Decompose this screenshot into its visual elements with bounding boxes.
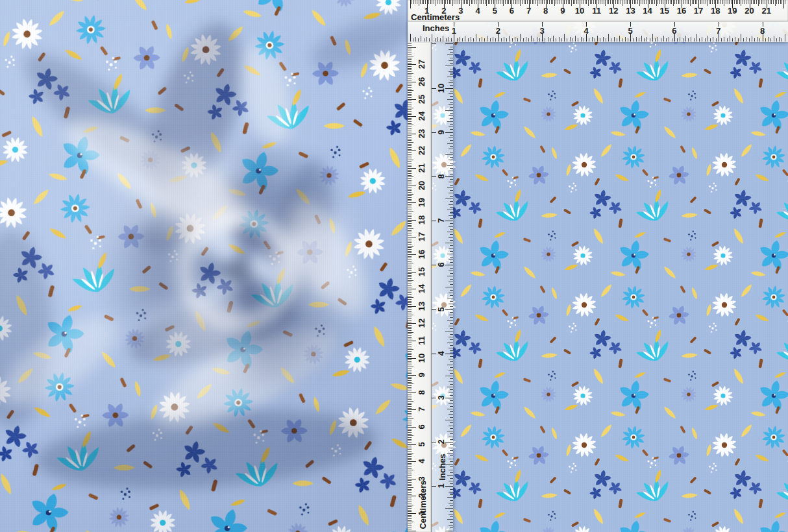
cm-tick: [408, 437, 412, 438]
inch-tick: [754, 38, 755, 42]
cm-tick: [408, 380, 412, 381]
cm-tick: [412, 0, 412, 4]
inch-tick: [449, 293, 453, 293]
inch-tick: [449, 71, 453, 72]
inch-tick: [650, 38, 650, 42]
cm-number: 20: [745, 6, 754, 15]
cm-tick: [436, 0, 436, 6]
cm-number: 10: [417, 353, 426, 362]
cm-number: 16: [677, 6, 686, 15]
cm-tick: [408, 192, 412, 193]
cm-tick: [408, 256, 412, 257]
cm-tick: [566, 0, 567, 4]
cm-tick: [408, 265, 412, 265]
cm-tick: [537, 0, 538, 6]
inch-tick: [450, 63, 453, 64]
cm-tick: [408, 232, 412, 232]
cm-number: 14: [643, 6, 652, 15]
ruler-vertical-cm-scale: Centimeters 1234567891011121314151617181…: [408, 42, 431, 532]
cm-tick: [571, 0, 572, 6]
inch-tick: [570, 37, 571, 42]
inch-tick: [450, 268, 453, 269]
cm-tick: [527, 0, 528, 4]
cm-tick: [408, 391, 412, 391]
cm-tick: [408, 223, 412, 224]
cm-tick: [408, 71, 412, 72]
inch-tick: [495, 38, 496, 42]
cm-tick: [670, 0, 671, 4]
inch-tick: [732, 38, 733, 42]
cm-tick: [486, 0, 487, 6]
cm-tick: [588, 0, 589, 6]
cm-tick: [737, 0, 738, 4]
cm-tick: [408, 85, 412, 86]
inch-tick: [450, 257, 453, 258]
inch-tick: [559, 37, 560, 42]
inch-tick: [450, 129, 453, 130]
inch-tick: [556, 38, 556, 42]
inch-tick: [450, 439, 453, 440]
cm-tick: [408, 454, 412, 455]
inch-tick: [705, 38, 706, 42]
cm-tick: [408, 47, 416, 48]
cm-tick: [408, 111, 412, 112]
inch-tick: [450, 234, 453, 235]
cm-tick: [463, 0, 463, 4]
cm-tick: [644, 0, 645, 4]
inch-tick: [449, 514, 453, 514]
cm-tick: [408, 187, 412, 187]
inch-tick: [449, 193, 453, 193]
cm-tick: [408, 398, 412, 398]
cm-tick: [590, 0, 591, 4]
cm-tick: [452, 0, 453, 6]
cm-number: 15: [660, 6, 669, 15]
inch-tick: [471, 37, 471, 42]
cm-tick: [408, 323, 416, 324]
inch-tick: [450, 466, 453, 467]
cm-number: 13: [417, 301, 426, 310]
cm-tick: [408, 527, 412, 527]
inch-tick: [450, 306, 453, 307]
cm-tick: [605, 0, 606, 6]
inch-tick: [415, 37, 416, 42]
cm-number: 3: [417, 476, 426, 481]
inch-tick: [713, 37, 713, 42]
cm-tick: [651, 0, 652, 4]
cm-tick: [714, 0, 715, 4]
cm-tick: [541, 0, 541, 4]
inch-tick: [449, 49, 453, 50]
inch-number: 5: [628, 27, 632, 35]
cm-tick: [408, 139, 412, 139]
inch-tick: [435, 38, 436, 42]
cm-tick: [408, 208, 412, 208]
cm-tick: [759, 0, 760, 4]
cm-number: 3: [458, 6, 463, 15]
fabric-product-photo: Centimeters 1234567891011121314151617181…: [0, 0, 788, 532]
cm-tick: [408, 252, 412, 253]
inch-tick: [450, 411, 453, 412]
cm-tick: [434, 0, 434, 4]
inch-tick: [450, 279, 453, 280]
cm-tick: [692, 0, 693, 4]
fabric-sheen: [0, 0, 408, 532]
inch-tick: [450, 196, 453, 197]
cm-tick: [578, 0, 578, 4]
cm-number: 12: [609, 6, 618, 15]
inch-tick: [447, 497, 453, 498]
inch-tick: [528, 38, 529, 42]
inch-tick: [450, 422, 453, 423]
cm-tick: [408, 359, 412, 360]
cm-tick: [408, 501, 412, 502]
cm-number: 2: [417, 494, 426, 498]
cm-tick: [408, 301, 412, 302]
inch-tick: [450, 190, 453, 191]
cm-tick: [632, 0, 633, 4]
cm-tick: [408, 492, 412, 493]
cm-tick: [422, 0, 423, 4]
cm-tick: [408, 363, 412, 363]
inch-tick: [450, 361, 453, 362]
cm-number: 4: [475, 6, 480, 15]
inch-tick: [482, 37, 482, 42]
inch-tick: [449, 370, 453, 370]
cm-tick: [408, 441, 412, 441]
